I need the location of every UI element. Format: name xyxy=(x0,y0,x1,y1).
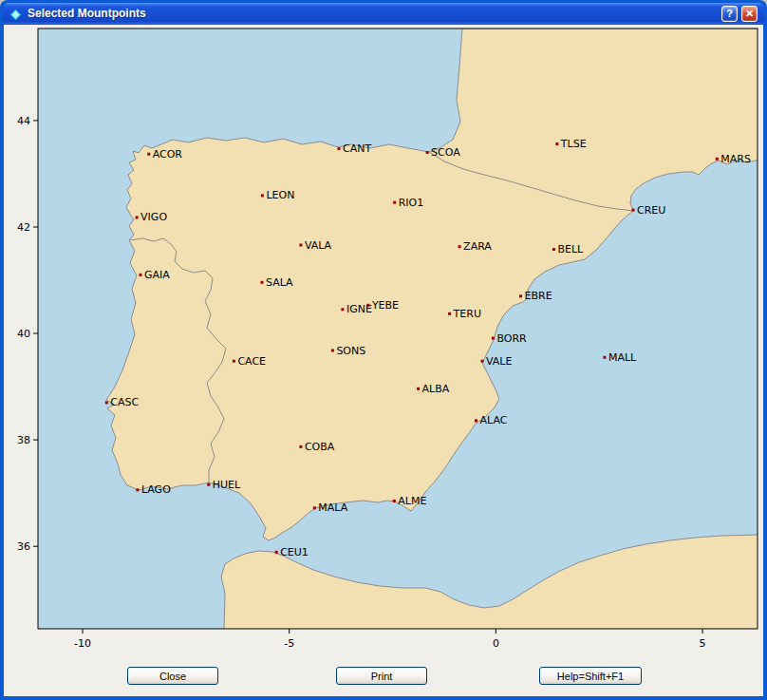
station-acor: ACOR xyxy=(147,148,182,161)
station-marker xyxy=(458,245,461,248)
station-label: CREU xyxy=(637,204,665,217)
station-marker xyxy=(233,360,235,363)
station-marker xyxy=(632,209,635,212)
station-marker xyxy=(140,274,142,276)
x-axis-tick-label: 5 xyxy=(700,637,706,650)
station-label: COBA xyxy=(305,441,335,453)
station-label: CEU1 xyxy=(280,546,309,558)
station-label: SONS xyxy=(336,345,365,357)
station-mars: MARS xyxy=(716,153,751,165)
station-teru: TERU xyxy=(448,308,481,320)
station-gaia: GAIA xyxy=(140,269,171,281)
station-label: CASC xyxy=(110,396,139,408)
y-axis-tick-label: 38 xyxy=(17,434,30,446)
station-label: TLSE xyxy=(560,138,587,150)
station-label: VALA xyxy=(305,239,332,252)
station-label: ALAC xyxy=(480,414,508,426)
station-marker xyxy=(341,308,344,311)
mountpoints-map: ACORCANTSCOATLSEMARSLEONRIO1VIGOCREUVALA… xyxy=(4,25,763,696)
y-axis-tick-label: 44 xyxy=(17,115,30,127)
station-marker xyxy=(393,500,396,502)
station-label: TERU xyxy=(453,308,481,320)
y-axis-tick-label: 40 xyxy=(17,328,30,340)
station-marker xyxy=(475,419,477,422)
station-marker xyxy=(492,337,495,340)
station-label: ZARA xyxy=(463,240,492,253)
station-label: IGNE xyxy=(346,303,372,315)
station-label: MALA xyxy=(318,501,347,514)
app-icon xyxy=(9,8,22,20)
y-axis-tick-label: 42 xyxy=(17,221,30,234)
titlebar-close-button[interactable]: ✕ xyxy=(741,6,758,22)
station-cant: CANT xyxy=(338,142,372,155)
station-marker xyxy=(299,244,302,247)
station-label: BELL xyxy=(557,243,584,255)
station-vale: VALE xyxy=(481,355,513,368)
x-axis-tick-label: -5 xyxy=(284,637,294,650)
station-marker xyxy=(481,360,484,363)
station-vala: VALA xyxy=(299,239,331,252)
station-marker xyxy=(299,445,302,448)
station-ceu1: CEU1 xyxy=(275,546,309,558)
station-label: CACE xyxy=(237,355,266,368)
station-borr: BORR xyxy=(492,332,527,345)
station-marker xyxy=(261,194,264,197)
station-label: ALBA xyxy=(422,383,450,395)
station-marker xyxy=(313,506,316,509)
station-label: ACOR xyxy=(153,148,183,161)
station-alba: ALBA xyxy=(417,383,450,395)
station-marker xyxy=(261,281,264,284)
station-huel: HUEL xyxy=(207,479,241,491)
station-label: MARS xyxy=(720,153,751,165)
station-leon: LEON xyxy=(261,189,294,201)
station-marker xyxy=(275,551,278,554)
titlebar-help-button[interactable]: ? xyxy=(721,6,738,22)
x-axis-tick-label: -10 xyxy=(74,637,91,650)
station-label: RIO1 xyxy=(399,197,424,209)
close-button[interactable]: Close xyxy=(127,667,218,685)
y-axis-tick-label: 36 xyxy=(17,540,30,553)
station-label: BORR xyxy=(496,332,527,345)
station-marker xyxy=(136,216,139,218)
station-label: MALL xyxy=(608,351,637,364)
station-sons: SONS xyxy=(331,345,365,357)
station-lago: LAGO xyxy=(136,483,171,496)
station-rio1: RIO1 xyxy=(393,197,423,209)
station-scoa: SCOA xyxy=(426,146,461,159)
titlebar[interactable]: Selected Mountpoints ? ✕ xyxy=(3,3,764,25)
station-marker xyxy=(338,147,341,150)
station-tlse: TLSE xyxy=(555,138,586,150)
station-bell: BELL xyxy=(552,243,584,255)
station-creu: CREU xyxy=(632,204,666,217)
station-igne: IGNE xyxy=(341,303,371,315)
station-alac: ALAC xyxy=(475,414,508,426)
station-marker xyxy=(552,248,555,251)
station-marker xyxy=(716,158,719,161)
station-marker xyxy=(393,201,396,204)
station-label: EBRE xyxy=(525,290,552,302)
station-alme: ALME xyxy=(393,495,427,507)
station-marker xyxy=(105,401,108,404)
station-label: SALA xyxy=(266,276,293,289)
x-axis-tick-label: 0 xyxy=(493,637,499,650)
station-marker xyxy=(448,312,451,315)
help-button[interactable]: Help=Shift+F1 xyxy=(539,667,642,685)
station-marker xyxy=(207,483,210,486)
station-casc: CASC xyxy=(105,396,140,408)
station-vigo: VIGO xyxy=(136,211,168,223)
station-label: LAGO xyxy=(141,483,171,496)
station-marker xyxy=(136,488,139,491)
station-ebre: EBRE xyxy=(519,290,552,302)
station-marker xyxy=(417,388,420,390)
station-label: VALE xyxy=(486,355,512,368)
station-mala: MALA xyxy=(313,501,348,514)
station-label: HUEL xyxy=(213,479,241,491)
station-marker xyxy=(555,142,558,145)
station-marker xyxy=(519,294,522,297)
station-sala: SALA xyxy=(261,276,294,289)
station-label: SCOA xyxy=(431,146,460,159)
station-marker xyxy=(331,350,334,352)
station-label: GAIA xyxy=(144,269,170,281)
station-marker xyxy=(603,356,606,359)
print-button[interactable]: Print xyxy=(336,667,427,685)
